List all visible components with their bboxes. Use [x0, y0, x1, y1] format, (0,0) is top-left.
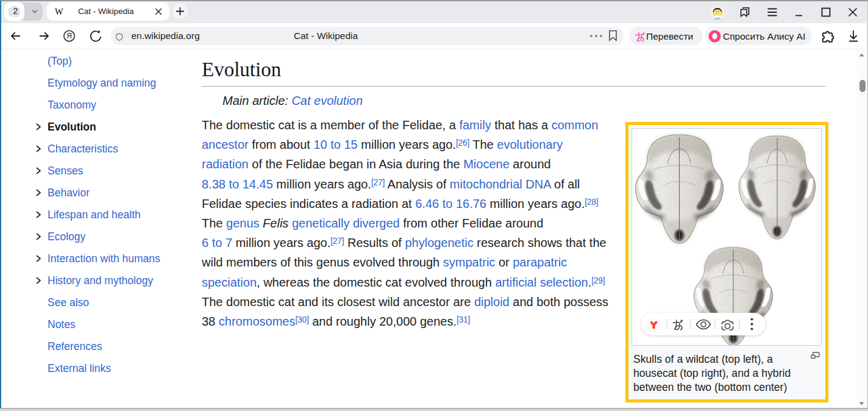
svg-text:Я: Я [66, 32, 72, 40]
